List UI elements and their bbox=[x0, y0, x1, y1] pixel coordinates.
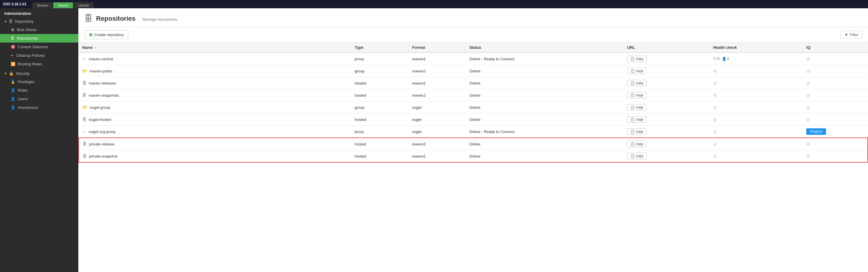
tab-browse[interactable]: Browse bbox=[32, 2, 53, 8]
person-health-item: 👤 0 bbox=[722, 57, 730, 61]
copy-icon: 📋 bbox=[630, 142, 635, 146]
copy-icon: 📋 bbox=[630, 93, 635, 97]
iq-disabled-icon: ⊘ bbox=[806, 57, 810, 61]
sidebar-item-privileges[interactable]: 🏅 Privileges bbox=[0, 78, 79, 86]
repositories-table: Name ↑ Type Format Status URL Health che… bbox=[79, 42, 868, 162]
cell-format: nuget bbox=[408, 126, 466, 138]
sort-arrow-icon: ↑ bbox=[95, 46, 96, 49]
copy-url-button[interactable]: 📋 copy bbox=[627, 128, 647, 135]
cell-url: 📋 copy bbox=[623, 126, 710, 138]
cell-format: maven2 bbox=[408, 138, 466, 150]
cell-type: group bbox=[351, 101, 408, 114]
sidebar-item-repositories[interactable]: 🗄 Repositories bbox=[0, 34, 79, 42]
cell-iq: ⊘ bbox=[803, 89, 868, 101]
sidebar-item-anonymous[interactable]: 👤 Anonymous bbox=[0, 103, 79, 112]
col-header-health[interactable]: Health check bbox=[710, 42, 803, 53]
cell-iq: ⊘ bbox=[803, 65, 868, 77]
table-row: ↔maven-centralproxymaven2Online - Ready … bbox=[79, 53, 868, 65]
cell-status: Online bbox=[466, 101, 623, 114]
copy-icon: 📋 bbox=[630, 129, 635, 133]
roles-label: Roles bbox=[18, 88, 28, 93]
row-type-icon: ↔ bbox=[82, 129, 86, 134]
cell-status: Online bbox=[466, 89, 623, 101]
cell-iq: ⊘ bbox=[803, 138, 868, 150]
copy-url-button[interactable]: 📋 copy bbox=[627, 56, 647, 62]
cell-status: Online bbox=[466, 138, 623, 150]
main-layout: Administration ▼ 🗄 Repository 🖥 Blob Sto… bbox=[0, 8, 868, 272]
repo-name: maven-central bbox=[89, 57, 113, 61]
repository-group-icon: 🗄 bbox=[9, 19, 13, 24]
content-area: 🗄 Repositories Manage repositories ⊕ Cre… bbox=[79, 8, 868, 272]
cell-name: ↔maven-central bbox=[79, 53, 351, 65]
tab-search[interactable]: Search bbox=[53, 2, 73, 8]
create-repository-button[interactable]: ⊕ Create repository bbox=[84, 30, 128, 39]
copy-url-button[interactable]: 📋 copy bbox=[627, 116, 647, 123]
table-row: 🗄maven-releaseshostedmaven2Online📋 copy⊘… bbox=[79, 77, 868, 89]
copy-url-button[interactable]: 📋 copy bbox=[627, 68, 647, 74]
cell-type: hosted bbox=[351, 114, 408, 126]
cell-url: 📋 copy bbox=[623, 65, 710, 77]
sidebar-group-repository-label[interactable]: ▼ 🗄 Repository bbox=[0, 18, 79, 25]
cell-type: hosted bbox=[351, 89, 408, 101]
analyze-button[interactable]: Analyze bbox=[806, 128, 826, 135]
sidebar-item-cleanup-policies[interactable]: ✂ Cleanup Policies bbox=[0, 51, 79, 60]
health-disabled-icon: ⊘ bbox=[713, 93, 717, 98]
health-disabled-icon: ⊘ bbox=[713, 129, 717, 134]
iq-disabled-icon: ⊘ bbox=[806, 117, 810, 122]
col-header-iq[interactable]: IQ bbox=[803, 42, 868, 53]
col-header-type[interactable]: Type bbox=[351, 42, 408, 53]
security-arrow-icon: ▼ bbox=[4, 72, 7, 75]
cell-type: hosted bbox=[351, 77, 408, 89]
col-header-format[interactable]: Format bbox=[408, 42, 466, 53]
copy-icon: 📋 bbox=[630, 117, 635, 122]
copy-url-button[interactable]: 📋 copy bbox=[627, 141, 647, 147]
page-header-icon: 🗄 bbox=[84, 13, 93, 23]
sidebar-group-security-label[interactable]: ▼ 🔒 Security bbox=[0, 69, 79, 78]
copy-url-button[interactable]: 📋 copy bbox=[627, 92, 647, 98]
health-disabled-icon: ⊘ bbox=[713, 117, 717, 122]
cell-name: 📁nuget-group bbox=[79, 101, 351, 114]
copy-icon: 📋 bbox=[630, 57, 635, 61]
repo-name: private-snapshot bbox=[89, 154, 117, 158]
tab-upload[interactable]: Upload bbox=[73, 2, 93, 8]
iq-disabled-icon: ⊘ bbox=[806, 154, 810, 159]
health-icons: 🛡 0 👤 0 bbox=[713, 57, 799, 61]
cell-format: maven2 bbox=[408, 65, 466, 77]
cell-type: proxy bbox=[351, 126, 408, 138]
sidebar-item-routing-rules[interactable]: 🔀 Routing Rules bbox=[0, 60, 79, 68]
copy-url-button[interactable]: 📋 copy bbox=[627, 104, 647, 111]
anonymous-icon: 👤 bbox=[11, 105, 16, 110]
repo-name: private-release bbox=[89, 142, 115, 146]
col-header-name[interactable]: Name ↑ bbox=[79, 42, 351, 53]
row-type-icon: 🗄 bbox=[83, 154, 87, 158]
sidebar-item-users[interactable]: 👤 Users bbox=[0, 95, 79, 103]
table-header: Name ↑ Type Format Status URL Health che… bbox=[79, 42, 868, 53]
col-header-status[interactable]: Status bbox=[466, 42, 623, 53]
cell-iq: ⊘ bbox=[803, 150, 868, 162]
sidebar-group-security: ▼ 🔒 Security 🏅 Privileges 👤 Roles 👤 User… bbox=[0, 69, 79, 112]
create-repository-label: Create repository bbox=[94, 32, 124, 37]
cell-health: ⊘ bbox=[710, 65, 803, 77]
sidebar-item-roles[interactable]: 👤 Roles bbox=[0, 86, 79, 95]
table-row: 🗄nuget-hostedhostednugetOnline📋 copy⊘⊘ bbox=[79, 114, 868, 126]
copy-url-button[interactable]: 📋 copy bbox=[627, 153, 647, 159]
filter-button[interactable]: ▼ Filter bbox=[840, 31, 862, 39]
copy-url-button[interactable]: 📋 copy bbox=[627, 80, 647, 86]
iq-disabled-icon: ⊘ bbox=[806, 81, 810, 86]
row-type-icon: 🗄 bbox=[83, 142, 87, 146]
cell-format: maven2 bbox=[408, 89, 466, 101]
table-row: ↔nuget.org-proxyproxynugetOnline - Ready… bbox=[79, 126, 868, 138]
cell-url: 📋 copy bbox=[623, 114, 710, 126]
top-bar: OSS 3.18.1-01 Browse Search Upload bbox=[0, 0, 868, 8]
sidebar-item-content-selectors[interactable]: 🎯 Content Selectors bbox=[0, 42, 79, 51]
cell-format: nuget bbox=[408, 114, 466, 126]
cell-url: 📋 copy bbox=[623, 77, 710, 89]
sidebar-item-blob-stores[interactable]: 🖥 Blob Stores bbox=[0, 25, 79, 34]
privileges-icon: 🏅 bbox=[11, 80, 16, 84]
cell-name: ↔nuget.org-proxy bbox=[79, 126, 351, 138]
health-disabled-icon: ⊘ bbox=[713, 154, 717, 159]
users-icon: 👤 bbox=[11, 97, 16, 101]
table-body: ↔maven-centralproxymaven2Online - Ready … bbox=[79, 53, 868, 162]
col-header-url[interactable]: URL bbox=[623, 42, 710, 53]
copy-icon: 📋 bbox=[630, 69, 635, 73]
